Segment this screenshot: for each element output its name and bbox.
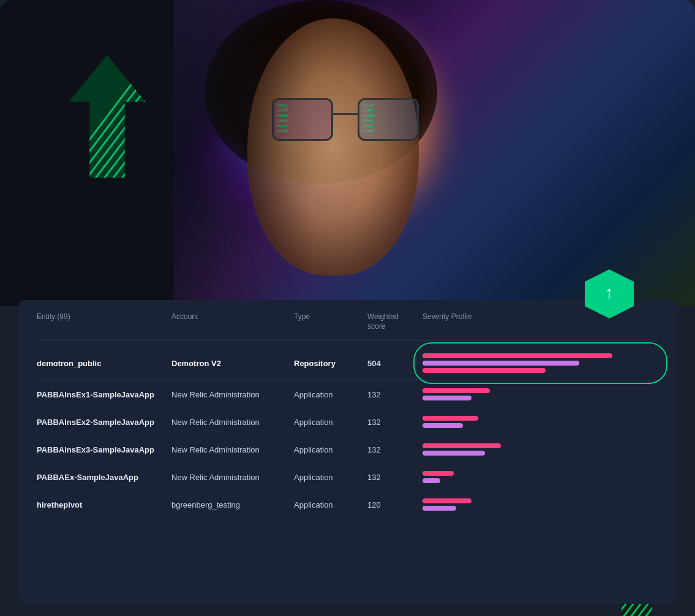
bar-pink: [423, 498, 471, 503]
score-value: 132: [367, 390, 423, 399]
bar-purple: [423, 478, 440, 483]
score-value: 132: [367, 473, 423, 482]
svg-line-14: [140, 49, 153, 184]
hex-button-area[interactable]: ↑: [585, 269, 634, 318]
type-value: Application: [294, 500, 367, 509]
table-header: Entity (89) Account Type Weightedscore S…: [37, 312, 658, 341]
severity-bars: [423, 416, 658, 428]
account-name: New Relic Administration: [171, 445, 294, 454]
score-value: 504: [367, 359, 423, 368]
severity-bars: [423, 471, 658, 483]
col-account: Account: [171, 312, 294, 331]
hex-arrow-icon: ↑: [605, 283, 614, 302]
svg-line-12: [122, 49, 153, 184]
severity-cell: [423, 416, 658, 428]
entity-name: hirethepivot: [37, 500, 171, 509]
severity-bars: [423, 498, 658, 511]
account-name: Demotron V2: [171, 359, 294, 368]
table-row: PABBAInsEx3-SampleJavaApp New Relic Admi…: [37, 436, 658, 464]
type-value: Application: [294, 390, 367, 399]
bar-pink: [423, 443, 501, 448]
col-type: Type: [294, 312, 367, 331]
entity-name: PABBAInsEx2-SampleJavaApp: [37, 418, 171, 427]
col-weighted-score: Weightedscore: [367, 312, 423, 331]
score-value: 120: [367, 500, 423, 509]
table-row: PABBAInsEx1-SampleJavaApp New Relic Admi…: [37, 381, 658, 408]
table-row: PABBAEx-SampleJavaApp New Relic Administ…: [37, 464, 658, 491]
hex-shape[interactable]: ↑: [585, 269, 634, 318]
bar-purple: [423, 361, 579, 366]
nr-logo-area: [61, 49, 153, 186]
bar-purple: [423, 423, 463, 428]
bar-purple: [423, 506, 456, 511]
data-table: Entity (89) Account Type Weightedscore S…: [18, 300, 677, 604]
account-name: New Relic Administration: [171, 473, 294, 482]
hero-fade: [0, 0, 313, 306]
severity-cell: [423, 443, 658, 456]
svg-line-13: [130, 49, 153, 184]
severity-bars: [423, 353, 658, 373]
table-row: hirethepivot bgreenberg_testing Applicat…: [37, 491, 658, 518]
bar-pink: [423, 388, 490, 393]
entity-name: PABBAInsEx3-SampleJavaApp: [37, 445, 171, 454]
entity-name: PABBAEx-SampleJavaApp: [37, 473, 171, 482]
hero-section: 010011011001010110010011110100 101100100…: [0, 0, 695, 306]
severity-bars: [423, 443, 658, 456]
bar-purple: [423, 396, 471, 400]
type-value: Repository: [294, 359, 367, 368]
severity-cell: [423, 471, 658, 483]
score-value: 132: [367, 445, 423, 454]
severity-cell: [423, 353, 658, 373]
severity-bars: [423, 388, 658, 400]
account-name: bgreenberg_testing: [171, 500, 294, 509]
account-name: New Relic Administration: [171, 390, 294, 399]
bar-purple: [423, 451, 485, 456]
type-value: Application: [294, 418, 367, 427]
bar-pink: [423, 416, 478, 421]
entity-name: PABBAInsEx1-SampleJavaApp: [37, 390, 171, 399]
score-value: 132: [367, 418, 423, 427]
bar-pink: [423, 471, 454, 476]
account-name: New Relic Administration: [171, 418, 294, 427]
type-value: Application: [294, 445, 367, 454]
table-row: demotron_public Demotron V2 Repository 5…: [37, 346, 658, 381]
svg-line-15: [148, 49, 153, 184]
nr-logo-svg: [61, 49, 153, 184]
type-value: Application: [294, 473, 367, 482]
bar-pink-2: [423, 368, 546, 373]
entity-name: demotron_public: [37, 359, 171, 368]
severity-cell: [423, 388, 658, 400]
bar-pink: [423, 353, 612, 358]
table-row: PABBAInsEx2-SampleJavaApp New Relic Admi…: [37, 408, 658, 436]
severity-cell: [423, 498, 658, 511]
col-entity: Entity (89): [37, 312, 171, 331]
